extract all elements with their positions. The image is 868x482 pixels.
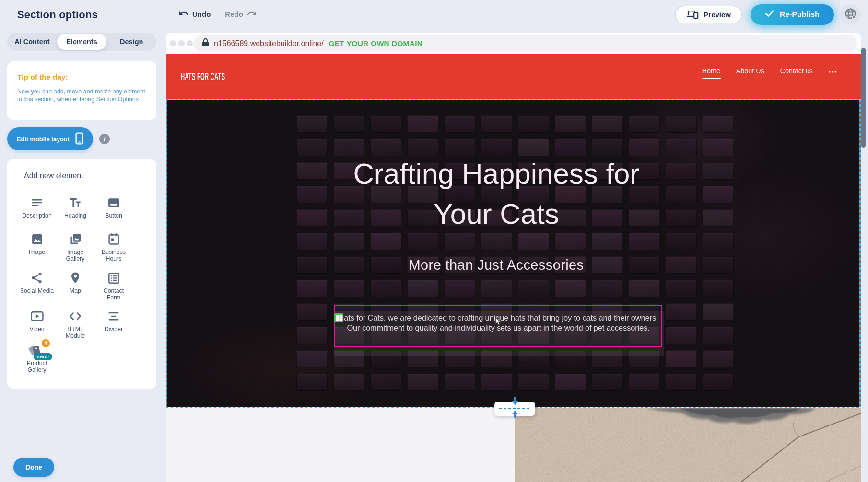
element-item-html-module[interactable]: HTML Module [56, 309, 94, 339]
hat-frame-tile [333, 115, 364, 133]
section-resize-handle[interactable] [494, 402, 535, 416]
globe-button[interactable] [840, 4, 861, 25]
hat-frame-tile [370, 115, 401, 133]
check-icon [765, 10, 774, 19]
nav-item-about-us[interactable]: About Us [736, 67, 764, 75]
canvas-scrollbar[interactable] [861, 48, 866, 148]
site-canvas: n1566589.websitebuilder.online/ GET YOUR… [166, 33, 861, 482]
hat-frame-tile [666, 233, 697, 250]
panel-tabs: AI Content Elements Design [7, 33, 156, 51]
contact-form-icon [108, 271, 120, 285]
hat-frame-tile [296, 186, 328, 203]
hat-frame-tile [703, 280, 734, 297]
product-gallery-icon: SHOP [28, 343, 46, 357]
nav-item-contact-us[interactable]: Contact us [780, 67, 813, 75]
hat-frame-tile [592, 280, 623, 297]
hat-frame-tile [518, 280, 549, 297]
hat-frame-tile [296, 280, 328, 297]
upload-badge-icon [42, 339, 50, 347]
hero-heading[interactable]: Crafting Happiness for Your Cats [333, 154, 659, 234]
nav-more-button[interactable] [829, 69, 836, 73]
page-title: Section options [17, 9, 98, 21]
hat-frame-tile [703, 162, 734, 180]
hat-frame-tile [666, 327, 697, 344]
element-item-label: Description [22, 213, 52, 219]
resize-dashes [499, 408, 531, 410]
hat-frame-tile [703, 139, 734, 156]
hat-frame-tile [666, 139, 697, 156]
element-item-image-gallery[interactable]: Image Gallery [56, 232, 94, 262]
redo-icon [246, 9, 257, 19]
map-icon [70, 271, 81, 285]
undo-redo-group: Undo Redo [178, 8, 257, 20]
element-item-heading[interactable]: Heading [56, 195, 94, 219]
lock-icon [201, 38, 210, 49]
hat-frame-tile [518, 374, 549, 391]
element-item-video[interactable]: Video [18, 309, 56, 333]
preview-button[interactable]: Preview [675, 6, 742, 23]
button-icon [107, 195, 120, 210]
globe-icon [844, 7, 857, 22]
devices-icon [686, 9, 699, 21]
hat-frame-tile [481, 233, 512, 250]
hat-frame-tile [666, 256, 697, 274]
element-item-label: Image [29, 249, 45, 256]
hat-frame-tile [296, 303, 328, 321]
video-icon [31, 309, 44, 323]
hat-frame-tile [555, 374, 586, 391]
element-item-image[interactable]: Image [18, 232, 56, 256]
element-item-label: HTML Module [58, 326, 93, 339]
selected-text-element[interactable]: Hats for Cats, we are dedicated to craft… [334, 305, 662, 347]
tab-elements[interactable]: Elements [57, 34, 107, 50]
hat-frame-tile [703, 303, 734, 321]
hat-frame-tile [518, 115, 549, 133]
hero-subheading[interactable]: More than Just Accessories [333, 257, 659, 273]
hat-frame-tile [666, 209, 697, 227]
site-logo[interactable]: HATS FOR CATS [181, 70, 225, 82]
hat-frame-tile [703, 350, 734, 367]
element-item-social-media[interactable]: Social Media [18, 271, 56, 295]
element-item-product-gallery[interactable]: SHOPProduct Gallery [18, 343, 56, 373]
hat-frame-tile [629, 115, 660, 133]
hat-frame-tile [370, 233, 401, 250]
element-item-divider[interactable]: Divider [94, 309, 133, 333]
app: Section options Undo Redo Preview Re-P [0, 0, 868, 482]
site-url[interactable]: n1566589.websitebuilder.online/ [214, 39, 324, 48]
hat-frame-tile [555, 115, 586, 133]
tab-ai-content[interactable]: AI Content [7, 33, 57, 51]
republish-button[interactable]: Re-Publish [751, 4, 834, 25]
hat-frame-tile [629, 280, 660, 297]
hat-frame-tile [370, 280, 401, 297]
get-domain-link[interactable]: GET YOUR OWN DOMAIN [329, 39, 423, 48]
browser-dot [170, 40, 176, 46]
hero-section[interactable]: Crafting Happiness for Your Cats More th… [166, 100, 861, 408]
nav-item-home[interactable]: Home [702, 67, 720, 75]
tab-design[interactable]: Design [106, 33, 156, 51]
element-item-business-hours[interactable]: Business Hours [94, 232, 133, 262]
hat-frame-tile [296, 350, 328, 367]
hat-frame-tile [481, 280, 512, 297]
hat-frame-tile [296, 374, 328, 391]
tip-body: Now you can add, move and resize any ele… [17, 88, 147, 103]
hat-frame-tile [703, 186, 734, 203]
hat-frame-tile [444, 115, 475, 133]
hat-frame-tile [370, 374, 401, 391]
info-icon[interactable]: i [99, 134, 110, 144]
element-item-map[interactable]: Map [56, 271, 94, 295]
redo-button[interactable]: Redo [225, 9, 257, 19]
hat-frame-tile [518, 233, 549, 250]
element-item-button[interactable]: Button [94, 195, 133, 219]
done-button[interactable]: Done [13, 458, 54, 477]
edit-mobile-layout-button[interactable]: Edit mobile layout [7, 127, 93, 150]
hat-frame-tile [703, 374, 734, 391]
hat-frame-tile [296, 327, 328, 344]
tip-card: Tip of the day: Now you can add, move an… [7, 61, 156, 120]
hat-frame-tile [407, 280, 438, 297]
url-bar[interactable]: n1566589.websitebuilder.online/ GET YOUR… [194, 35, 857, 52]
hat-frame-tile [444, 374, 475, 391]
undo-button[interactable]: Undo [178, 9, 211, 19]
element-item-description[interactable]: Description [18, 195, 56, 219]
hat-frame-tile [592, 374, 623, 391]
hero-paragraph[interactable]: Hats for Cats, we are dedicated to craft… [336, 313, 660, 333]
element-item-contact-form[interactable]: Contact Form [94, 271, 133, 301]
